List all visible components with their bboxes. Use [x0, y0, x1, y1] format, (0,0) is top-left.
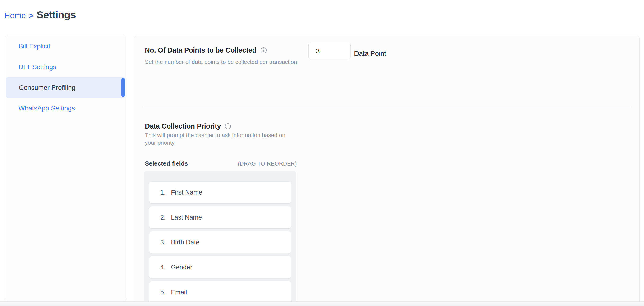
draggable-field-first-name[interactable]: 1. First Name	[150, 182, 291, 203]
data-points-count-input[interactable]	[308, 43, 351, 59]
settings-page: Home > Settings Bill Explicit DLT Settin…	[0, 0, 644, 306]
sidebar-item-dlt-settings[interactable]: DLT Settings	[5, 57, 126, 77]
breadcrumb-home-link[interactable]: Home	[4, 11, 26, 20]
sidebar-item-consumer-profiling[interactable]: Consumer Profiling	[6, 77, 126, 98]
field-label: Birth Date	[171, 239, 200, 246]
sidebar-item-bill-explicit[interactable]: Bill Explicit	[5, 36, 126, 57]
data-points-section-header: No. Of Data Points to be Collected	[145, 46, 267, 54]
section-divider	[144, 108, 630, 108]
data-points-title: No. Of Data Points to be Collected	[145, 46, 256, 54]
draggable-field-last-name[interactable]: 2. Last Name	[150, 206, 291, 228]
field-order: 4.	[160, 264, 168, 271]
page-title: Settings	[37, 9, 76, 21]
field-order: 2.	[160, 214, 168, 221]
data-point-input-group: Data Point	[308, 43, 386, 59]
breadcrumb: Home > Settings	[4, 9, 76, 21]
consumer-profiling-panel: No. Of Data Points to be Collected Set t…	[134, 36, 640, 306]
active-indicator-bar	[122, 78, 125, 97]
settings-sidebar: Bill Explicit DLT Settings Consumer Prof…	[5, 36, 126, 301]
info-icon[interactable]	[260, 47, 267, 53]
draggable-field-email[interactable]: 5. Email	[150, 281, 291, 303]
drag-to-reorder-hint: (DRAG TO REORDER)	[238, 161, 297, 167]
field-order: 1.	[160, 189, 168, 196]
priority-section-header: Data Collection Priority	[145, 122, 231, 130]
sidebar-item-label: Bill Explicit	[18, 43, 50, 50]
bottom-scroll-strip	[0, 301, 644, 306]
field-order: 5.	[160, 289, 168, 296]
info-icon[interactable]	[225, 123, 231, 129]
draggable-field-birth-date[interactable]: 3. Birth Date	[150, 231, 291, 253]
sidebar-item-label: WhatsApp Settings	[18, 104, 75, 112]
draggable-field-gender[interactable]: 4. Gender	[150, 256, 291, 278]
field-label: Email	[171, 289, 187, 296]
field-label: First Name	[171, 189, 202, 196]
selected-fields-list: 1. First Name 2. Last Name 3. Birth Date…	[144, 171, 296, 306]
sidebar-item-label: Consumer Profiling	[19, 84, 76, 91]
sidebar-item-label: DLT Settings	[18, 63, 56, 71]
selected-fields-header: Selected fields (DRAG TO REORDER)	[145, 160, 297, 167]
breadcrumb-separator: >	[29, 11, 34, 20]
sidebar-item-whatsapp-settings[interactable]: WhatsApp Settings	[5, 98, 126, 118]
field-label: Gender	[171, 264, 192, 271]
data-points-description: Set the number of data points to be coll…	[145, 58, 297, 66]
field-label: Last Name	[171, 214, 202, 221]
field-order: 3.	[160, 239, 168, 246]
priority-title: Data Collection Priority	[145, 122, 221, 130]
data-point-unit-label: Data Point	[354, 50, 386, 59]
selected-fields-label: Selected fields	[145, 160, 188, 167]
priority-description: This will prompt the cashier to ask info…	[145, 131, 287, 146]
